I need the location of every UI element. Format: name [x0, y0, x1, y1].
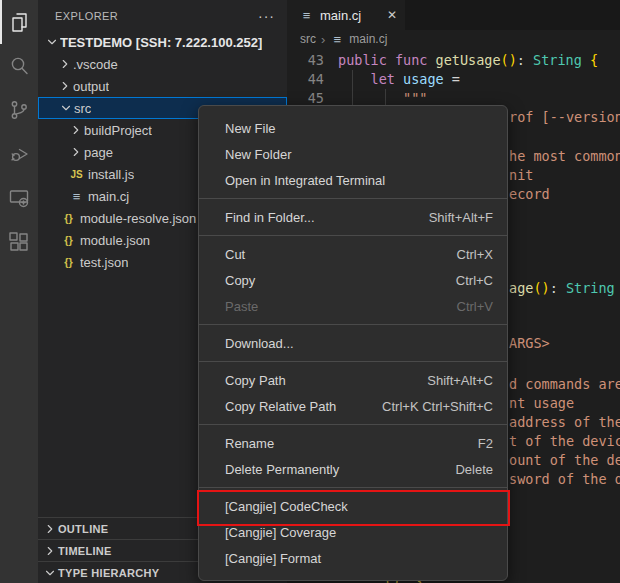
menu-item-open-in-integrated-terminal[interactable]: Open in Integrated Terminal [199, 167, 507, 193]
chevron-down-icon [58, 100, 74, 116]
tree-item-vscode[interactable]: .vscode [38, 53, 287, 75]
chevron-right-icon [42, 543, 58, 559]
code-fragment: ecord [509, 185, 550, 204]
menu-separator [199, 361, 507, 362]
chevron-right-icon [57, 78, 73, 94]
code-fragment: t of the devic [509, 432, 620, 451]
chevron-right-icon: › [321, 32, 325, 47]
chevron-down-icon [42, 565, 58, 581]
tree-root-testdemo[interactable]: TESTDEMO [SSH: 7.222.100.252] [38, 31, 287, 53]
chevron-right-icon [57, 56, 73, 72]
remote-explorer-activity-button[interactable] [0, 176, 38, 220]
chevron-right-icon [68, 122, 84, 138]
code-line: 44 let usage = [287, 70, 620, 89]
run-debug-activity-button[interactable] [0, 132, 38, 176]
menu-separator [199, 198, 507, 199]
vscode-window: EXPLORER ··· TESTDEMO [SSH: 7.222.100.25… [0, 0, 620, 583]
sidebar-header: EXPLORER ··· [38, 0, 287, 31]
code-fragment: ARGS> [509, 334, 550, 353]
explorer-activity-button[interactable] [0, 0, 38, 44]
menu-separator [199, 424, 507, 425]
chevron-down-icon [44, 34, 60, 50]
source-control-icon [7, 98, 31, 122]
menu-item-delete-permanently[interactable]: Delete PermanentlyDelete [199, 456, 507, 482]
javascript-file-icon: JS [68, 169, 85, 180]
context-menu: New File New Folder Open in Integrated T… [198, 105, 508, 581]
json-file-icon: {} [60, 234, 77, 246]
sidebar-title: EXPLORER [55, 10, 118, 22]
code-fragment: he most common [509, 147, 620, 166]
json-file-icon: {} [60, 256, 77, 268]
cangjie-file-icon: ≡ [330, 33, 344, 46]
close-icon[interactable]: ✕ [387, 8, 397, 22]
chevron-right-icon [42, 521, 58, 537]
extensions-activity-button[interactable] [0, 220, 38, 264]
tab-label: main.cj [320, 8, 361, 23]
breadcrumb-folder[interactable]: src [300, 32, 316, 46]
menu-item-cangjie-format[interactable]: [Cangjie] Format [199, 545, 507, 571]
code-fragment: sword of the d [509, 470, 620, 489]
tree-item-output[interactable]: output [38, 75, 287, 97]
code-fragment: nt usage [509, 394, 574, 413]
menu-item-copy-path[interactable]: Copy PathShift+Alt+C [199, 367, 507, 393]
menu-item-new-folder[interactable]: New Folder [199, 141, 507, 167]
breadcrumb-file[interactable]: main.cj [349, 32, 387, 46]
menu-item-copy[interactable]: CopyCtrl+C [199, 267, 507, 293]
breadcrumb: src › ≡ main.cj [287, 30, 620, 48]
code-fragment: nit [509, 166, 533, 185]
files-icon [8, 10, 32, 34]
code-fragment: address of the [509, 413, 620, 432]
json-file-icon: {} [60, 212, 77, 224]
code-fragment: rof [--version [509, 108, 620, 127]
menu-item-download[interactable]: Download... [199, 330, 507, 356]
cangjie-file-icon: ≡ [299, 9, 314, 22]
extensions-icon [7, 230, 31, 254]
menu-item-paste: PasteCtrl+V [199, 293, 507, 319]
menu-item-cut[interactable]: CutCtrl+X [199, 241, 507, 267]
code-line: 43 public func getUsage(): String { [287, 51, 620, 70]
menu-item-cangjie-codecheck[interactable]: [Cangjie] CodeCheck [199, 493, 507, 519]
menu-item-new-file[interactable]: New File [199, 115, 507, 141]
run-debug-icon [7, 142, 31, 166]
menu-item-cangjie-coverage[interactable]: [Cangjie] Coverage [199, 519, 507, 545]
cangjie-file-icon: ≡ [68, 190, 85, 203]
source-control-activity-button[interactable] [0, 88, 38, 132]
code-fragment: ount of the de [509, 451, 620, 470]
code-fragment: d commands are [509, 375, 620, 394]
remote-explorer-icon [7, 186, 31, 210]
menu-separator [199, 235, 507, 236]
menu-separator [199, 324, 507, 325]
chevron-right-icon [68, 144, 84, 160]
menu-item-find-in-folder[interactable]: Find in Folder...Shift+Alt+F [199, 204, 507, 230]
indent-guide [352, 70, 353, 108]
more-actions-icon[interactable]: ··· [258, 11, 275, 21]
search-activity-button[interactable] [0, 44, 38, 88]
code-fragment: age(): String [509, 279, 615, 298]
activity-bar [0, 0, 38, 583]
menu-separator [199, 487, 507, 488]
tab-main-cj[interactable]: ≡ main.cj ✕ [287, 0, 405, 30]
tab-bar: ≡ main.cj ✕ [287, 0, 620, 30]
menu-item-copy-relative-path[interactable]: Copy Relative PathCtrl+K Ctrl+Shift+C [199, 393, 507, 419]
menu-item-rename[interactable]: RenameF2 [199, 430, 507, 456]
search-icon [7, 54, 31, 78]
